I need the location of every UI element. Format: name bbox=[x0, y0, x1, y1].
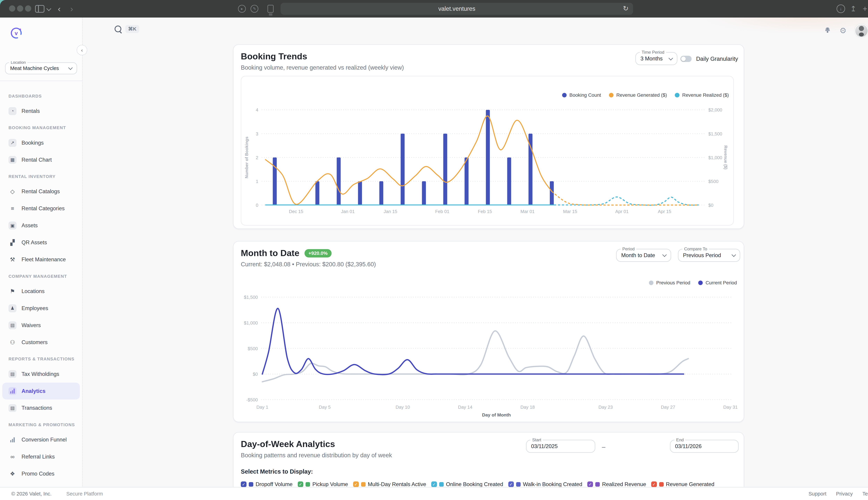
dow-subtitle: Booking patterns and revenue distributio… bbox=[241, 452, 392, 459]
svg-text:Day 14: Day 14 bbox=[458, 405, 472, 410]
svg-text:Jan 15: Jan 15 bbox=[384, 209, 397, 214]
metric-checkbox[interactable]: ✓ bbox=[651, 481, 657, 487]
month-to-date-card: Month to Date+920.0% Current: $2,048.08 … bbox=[233, 241, 744, 422]
sidebar-item-analytics[interactable]: Analytics bbox=[2, 383, 80, 400]
sidebar-collapse-button[interactable]: ‹ bbox=[77, 45, 87, 56]
metric-label: Online Booking Created bbox=[446, 481, 503, 488]
sidebar-item-qr-assets[interactable]: ▞QR Assets bbox=[2, 234, 80, 251]
copyright-text: © 2026 Valet, Inc. bbox=[11, 491, 52, 497]
sidebar-item-rental-categories[interactable]: ≡Rental Categories bbox=[2, 200, 80, 217]
end-date-input[interactable]: End 03/11/2026 bbox=[670, 440, 739, 453]
sidebar-item-label: Conversion Funnel bbox=[22, 436, 67, 443]
new-tab-button[interactable]: + bbox=[863, 0, 867, 18]
time-period-select[interactable]: Time Period 3 Months bbox=[635, 52, 677, 65]
url-text: valet.ventures bbox=[438, 5, 475, 12]
compare-to-select[interactable]: Compare To Previous Period bbox=[678, 249, 740, 262]
metric-label: Dropoff Volume bbox=[255, 481, 293, 488]
sidebar-item-transactions[interactable]: ▤Transactions bbox=[2, 399, 80, 417]
user-avatar[interactable] bbox=[855, 24, 868, 38]
reader-button[interactable] bbox=[267, 0, 274, 18]
reload-icon[interactable]: ↻ bbox=[623, 4, 629, 12]
extension-button-1[interactable]: ▸ bbox=[238, 0, 246, 18]
sidebar-item-assets[interactable]: ▣Assets bbox=[2, 217, 80, 234]
date-range-separator: – bbox=[602, 443, 605, 451]
downloads-button[interactable]: ↓ bbox=[836, 0, 845, 18]
sidebar-item-label: Rental Categories bbox=[22, 205, 65, 212]
search-icon bbox=[115, 25, 121, 32]
footer-link-support[interactable]: Support bbox=[809, 491, 826, 497]
sidebar-item-promo-codes[interactable]: ❖Promo Codes bbox=[2, 465, 80, 482]
svg-text:Number of Bookings: Number of Bookings bbox=[244, 137, 249, 179]
notifications-button[interactable] bbox=[824, 25, 832, 36]
address-bar[interactable]: valet.ventures ↻ bbox=[281, 3, 633, 15]
metric-dropoff-volume: ✓Dropoff Volume bbox=[241, 481, 293, 488]
metric-checkbox[interactable]: ✓ bbox=[587, 481, 593, 487]
traffic-light-close[interactable] bbox=[9, 5, 15, 12]
forward-button[interactable]: › bbox=[70, 0, 73, 18]
sidebar-item-locations[interactable]: ⚑Locations bbox=[2, 283, 80, 300]
daily-granularity-toggle[interactable] bbox=[680, 56, 692, 62]
metric-walk-in-booking-created: ✓Walk-in Booking Created bbox=[508, 481, 582, 488]
metric-checkbox[interactable]: ✓ bbox=[241, 481, 247, 487]
sidebar-item-tax-witholdings[interactable]: ▤Tax Witholdings bbox=[2, 366, 80, 383]
metric-multi-day-rentals-active: ✓Multi-Day Rentals Active bbox=[353, 481, 426, 488]
legend-label: Current Period bbox=[706, 280, 737, 286]
traffic-light-zoom[interactable] bbox=[25, 5, 31, 12]
sidebar-item-referral-links[interactable]: ∞Referral Links bbox=[2, 448, 80, 465]
svg-text:$500: $500 bbox=[248, 346, 258, 351]
metric-swatch bbox=[306, 482, 310, 487]
person-icon: ♟ bbox=[9, 304, 16, 312]
footer-link-terms[interactable]: Terms bbox=[863, 491, 868, 497]
period-select[interactable]: Period Month to Date bbox=[616, 249, 671, 262]
legend-dot bbox=[609, 93, 614, 98]
sidebar-item-rental-catalogs[interactable]: ◇Rental Catalogs bbox=[2, 183, 80, 200]
sidebar-item-waivers[interactable]: ▤Waivers bbox=[2, 317, 80, 334]
location-select[interactable]: Location Meat Machine Cycles bbox=[5, 62, 77, 74]
sidebar-item-customers[interactable]: ⚇Customers bbox=[2, 334, 80, 351]
folder-icon: ▣ bbox=[9, 221, 16, 229]
sidebar-item-label: Employees bbox=[22, 305, 48, 311]
start-date-input[interactable]: Start 03/11/2025 bbox=[526, 440, 595, 453]
traffic-light-minimize[interactable] bbox=[17, 5, 23, 12]
legend-item: Previous Period bbox=[649, 280, 690, 286]
browser-toolbar: ‹ › ▸ ✎ valet.ventures ↻ ↓ ↥ + bbox=[0, 0, 868, 18]
back-button[interactable]: ‹ bbox=[58, 0, 60, 18]
sidebar-item-bookings[interactable]: ↗Bookings bbox=[2, 134, 80, 151]
sidebar-menu-chevron[interactable] bbox=[47, 0, 50, 18]
sidebar-section-header: DASHBOARDS bbox=[9, 93, 82, 99]
svg-text:Jan 01: Jan 01 bbox=[341, 209, 355, 214]
footer-link-privacy[interactable]: Privacy bbox=[836, 491, 853, 497]
qr-code-icon: ▞ bbox=[9, 239, 16, 247]
end-date-label: End bbox=[674, 438, 685, 442]
legend-item: Revenue Realized ($) bbox=[675, 92, 729, 98]
svg-text:Mar 15: Mar 15 bbox=[563, 209, 577, 214]
sidebar-item-label: Locations bbox=[22, 288, 45, 294]
app-footer: © 2026 Valet, Inc. Secure Platform Suppo… bbox=[0, 487, 868, 500]
metric-checkbox[interactable]: ✓ bbox=[298, 481, 304, 487]
svg-text:Day 1: Day 1 bbox=[256, 405, 268, 410]
svg-text:Feb 01: Feb 01 bbox=[435, 209, 449, 214]
legend-dot bbox=[562, 93, 567, 98]
svg-text:Day 27: Day 27 bbox=[661, 405, 675, 410]
metric-checkbox[interactable]: ✓ bbox=[353, 481, 359, 487]
sidebar-item-employees[interactable]: ♟Employees bbox=[2, 300, 80, 317]
document-icon: ▤ bbox=[9, 370, 16, 378]
sidebar-item-rental-chart[interactable]: ▦Rental Chart bbox=[2, 151, 80, 168]
svg-text:4: 4 bbox=[256, 107, 259, 113]
chevron-down-icon bbox=[669, 56, 673, 60]
metric-checkbox[interactable]: ✓ bbox=[431, 481, 437, 487]
extension-button-2[interactable]: ✎ bbox=[251, 0, 258, 18]
legend-label: Previous Period bbox=[656, 280, 690, 286]
metric-checkbox[interactable]: ✓ bbox=[508, 481, 514, 487]
sidebar-item-rentals[interactable]: ◔Rentals bbox=[2, 103, 80, 120]
share-button[interactable]: ↥ bbox=[850, 0, 857, 18]
global-search[interactable]: ⌘K bbox=[115, 25, 139, 33]
sidebar-item-conversion-funnel[interactable]: Conversion Funnel bbox=[2, 431, 80, 448]
period-value: Month to Date bbox=[621, 252, 655, 259]
sidebar-item-fleet-maintenance[interactable]: ⚒Fleet Maintenance bbox=[2, 251, 80, 268]
legend-dot bbox=[649, 281, 653, 285]
sidebar-section-header: RENTAL INVENTORY bbox=[9, 174, 82, 179]
sidebar-toggle-button[interactable] bbox=[35, 0, 44, 18]
settings-button[interactable]: ⚙ bbox=[840, 27, 846, 35]
svg-text:Day of Month: Day of Month bbox=[482, 412, 511, 418]
